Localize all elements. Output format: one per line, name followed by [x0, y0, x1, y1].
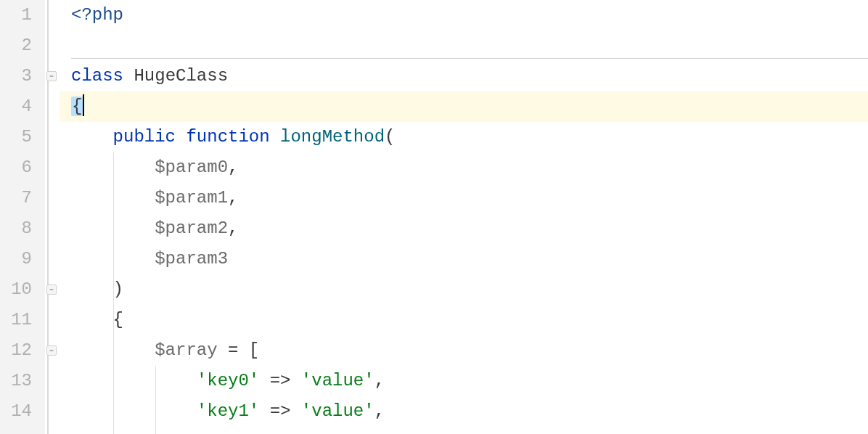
code-token: $param1 — [155, 188, 228, 208]
line-number: 11 — [7, 305, 32, 335]
code-line[interactable]: <?php — [60, 0, 868, 30]
fold-toggle-icon[interactable] — [46, 284, 57, 295]
code-token: , — [374, 401, 385, 421]
line-number: 12 — [7, 335, 32, 366]
fold-toggle-icon[interactable] — [46, 71, 57, 81]
code-line[interactable]: { — [60, 91, 868, 122]
code-token: $param2 — [155, 218, 228, 238]
code-token: $param0 — [155, 157, 228, 177]
code-line[interactable]: ) — [60, 274, 868, 305]
code-line[interactable]: $param3 — [60, 244, 868, 274]
code-token: , — [228, 157, 238, 177]
code-token: { — [113, 310, 123, 329]
code-token: <?php — [71, 5, 123, 25]
code-line[interactable]: 'key0' => 'value', — [60, 366, 868, 396]
code-line[interactable]: $param1, — [60, 183, 868, 213]
code-line[interactable]: { — [60, 305, 868, 335]
code-line[interactable]: $param2, — [60, 213, 868, 244]
code-line[interactable]: class HugeClass — [60, 61, 868, 91]
code-line[interactable]: $array = [ — [60, 335, 868, 366]
line-number: 10 — [7, 274, 32, 305]
code-editor[interactable]: 1234567891011121314 <?phpclass HugeClass… — [0, 0, 868, 434]
code-token: , — [228, 218, 238, 238]
line-number: 14 — [7, 396, 32, 427]
line-number: 1 — [7, 0, 32, 30]
gutter-vertical-line — [47, 0, 49, 434]
code-token: [ — [249, 340, 259, 360]
code-token: 'key1' — [197, 401, 259, 421]
code-token: => — [259, 401, 301, 421]
code-area[interactable]: <?phpclass HugeClass{ public function lo… — [60, 0, 868, 434]
line-number: 9 — [7, 244, 32, 274]
code-token — [71, 188, 155, 208]
code-token — [71, 127, 113, 147]
code-token — [71, 249, 155, 269]
code-token: $array — [155, 340, 217, 360]
code-token — [71, 371, 197, 390]
code-token: $param3 — [155, 249, 228, 269]
code-token — [71, 310, 113, 329]
code-token: ) — [113, 279, 123, 299]
code-token: ( — [385, 127, 395, 147]
code-token: public function — [113, 127, 280, 147]
line-number: 2 — [7, 30, 32, 61]
fold-toggle-icon[interactable] — [46, 345, 57, 356]
code-token: 'key0' — [197, 371, 259, 390]
fold-gutter — [45, 0, 60, 434]
code-token: = — [218, 340, 249, 360]
code-token — [71, 401, 197, 421]
code-token — [71, 279, 113, 299]
line-number: 7 — [7, 183, 32, 213]
code-token: longMethod — [280, 127, 385, 147]
line-number-gutter: 1234567891011121314 — [0, 0, 45, 434]
code-line[interactable]: $param0, — [60, 152, 868, 183]
line-number: 6 — [7, 152, 32, 183]
code-token: class — [71, 66, 134, 86]
code-line[interactable]: 'key1' => 'value', — [60, 396, 868, 427]
code-token: , — [374, 371, 385, 390]
code-token — [71, 157, 155, 177]
code-token: 'value' — [301, 401, 374, 421]
code-token: 'value' — [301, 371, 374, 390]
code-token — [71, 218, 155, 238]
code-token: HugeClass — [134, 66, 228, 86]
code-line[interactable]: public function longMethod( — [60, 122, 868, 152]
line-number: 5 — [7, 122, 32, 152]
line-number: 4 — [7, 91, 32, 122]
code-token — [71, 340, 155, 360]
line-number: 13 — [7, 366, 32, 396]
code-line[interactable] — [60, 30, 868, 61]
line-number: 8 — [7, 213, 32, 244]
text-caret — [83, 94, 84, 116]
code-token: , — [228, 188, 238, 208]
code-token: { — [71, 97, 83, 116]
code-token: => — [259, 371, 301, 390]
line-number: 3 — [7, 61, 32, 91]
